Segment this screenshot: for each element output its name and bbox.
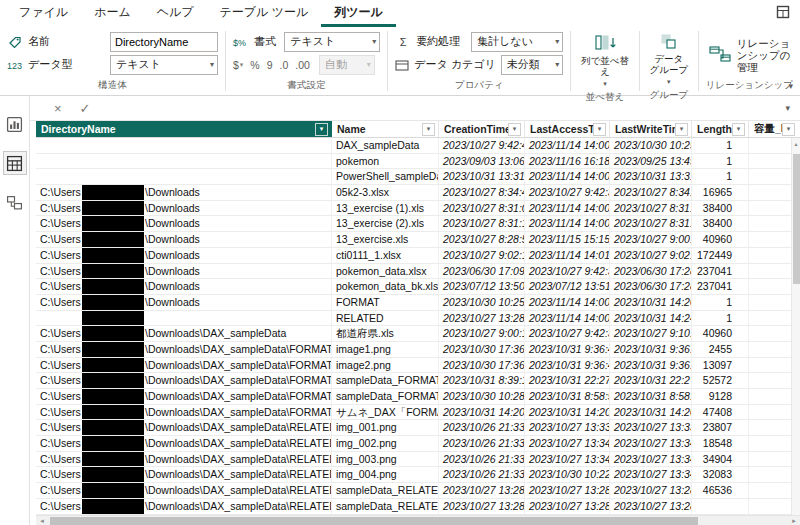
cell-name[interactable]: img_004.png [332,467,439,482]
cell-last_write[interactable]: 2023/06/30 17:28:52 [610,264,692,279]
currency-format-button[interactable]: $▾ [233,59,243,71]
ribbon-tab-2[interactable]: ヘルプ [144,0,207,27]
cell-last_access[interactable]: 2023/11/14 14:00:08 [525,311,610,326]
cell-creation[interactable]: 2023/10/27 9:02:12 [439,248,525,263]
data-category-dropdown[interactable]: 未分類 ▾ [501,55,563,75]
cell-last_access[interactable]: 2023/10/31 9:36:45 [525,342,610,357]
cell-last_access[interactable]: 2023/07/12 13:51:06 [525,279,610,294]
cell-last_write[interactable]: 2023/10/31 8:58:52 [610,389,692,404]
column-header-creation[interactable]: CreationTime▾ [439,121,525,137]
cell-length[interactable]: 34904 [692,452,749,467]
cell-last_write[interactable]: 2023/10/27 8:31:08 [610,201,692,216]
cell-creation[interactable]: 2023/10/26 21:33:12 [439,436,525,451]
cell-length[interactable]: 47408 [692,405,749,420]
cell-creation[interactable]: 2023/10/27 8:31:08 [439,201,525,216]
cell-last_write[interactable]: 2023/10/27 9:10:45 [610,326,692,341]
cell-creation[interactable]: 2023/06/30 17:09:20 [439,264,525,279]
column-header-last_access[interactable]: LastAccessTime▾ [525,121,610,137]
cell-length[interactable]: 38400 [692,201,749,216]
cell-length[interactable]: 13097 [692,358,749,373]
cell-creation[interactable]: 2023/10/26 21:33:12 [439,420,525,435]
cell-last_access[interactable]: 2023/10/27 13:34:54 [525,436,610,451]
cell-creation[interactable]: 2023/10/27 8:31:10 [439,216,525,231]
cell-creation[interactable]: 2023/10/31 13:31:05 [439,169,525,184]
scroll-up-icon[interactable]: ▴ [792,138,800,147]
cell-last_access[interactable]: 2023/10/27 9:42:30 [525,185,610,200]
cell-last_access[interactable]: 2023/11/14 14:00:18 [525,201,610,216]
cell-creation[interactable]: 2023/10/26 21:33:12 [439,452,525,467]
model-view-icon[interactable] [3,190,27,214]
column-header-size_kb[interactable]: 容量_KB▾ [749,121,798,137]
report-view-icon[interactable] [3,112,27,136]
cell-length[interactable]: 52572 [692,373,749,388]
data-type-dropdown[interactable]: テキスト ▾ [110,55,218,75]
cell-length[interactable] [692,499,749,514]
cell-length[interactable]: 1 [692,311,749,326]
cell-last_write[interactable]: 2023/10/27 13:34:05 [610,436,692,451]
column-header-dir[interactable]: DirectoryName▾ [36,121,332,137]
cell-directoryname[interactable]: C:\Users\Downloads [36,232,332,247]
cell-last_access[interactable]: 2023/10/30 10:22:08 [525,467,610,482]
cell-directoryname[interactable]: C:\Users\Downloads [36,295,332,310]
column-name-input[interactable] [110,32,218,52]
summarization-dropdown[interactable]: 集計しない ▾ [471,32,563,52]
ribbon-tab-3[interactable]: テーブル ツール [207,0,322,27]
cell-creation[interactable]: 2023/09/03 13:06:16 [439,154,525,169]
horizontal-scroll-thumb[interactable] [50,517,698,525]
cell-last_access[interactable]: 2023/10/27 13:28:19 [525,499,610,514]
cell-length[interactable]: 1 [692,169,749,184]
cell-name[interactable]: 05k2-3.xlsx [332,185,439,200]
commit-icon[interactable]: ✓ [80,102,91,115]
cell-last_access[interactable]: 2023/11/15 15:15:46 [525,232,610,247]
cell-creation[interactable]: 2023/07/12 13:50:51 [439,279,525,294]
cell-creation[interactable]: 2023/10/31 8:39:10 [439,373,525,388]
cell-length[interactable]: 172449 [692,248,749,263]
cell-last_access[interactable]: 2023/11/14 14:00:08 [525,295,610,310]
cell-last_access[interactable]: 2023/11/14 14:00:41 [525,169,610,184]
cell-creation[interactable]: 2023/10/27 13:28:19 [439,483,525,498]
cell-length[interactable]: 18548 [692,436,749,451]
thousands-separator-button[interactable]: 9 [267,59,273,71]
cell-name[interactable]: サムネ_DAX「FORMAT」.png [332,405,439,420]
collapse-ribbon-icon[interactable]: ▾ [788,81,793,91]
ribbon-tab-1[interactable]: ホーム [81,0,144,27]
cell-name[interactable]: 13_exercise (2).xls [332,216,439,231]
cell-name[interactable]: pokemon [332,154,439,169]
cell-last_write[interactable]: 2023/10/27 13:34:36 [610,467,692,482]
cell-last_access[interactable]: 2023/11/16 16:18:58 [525,154,610,169]
cell-length[interactable]: 1 [692,154,749,169]
cell-length[interactable]: 237041 [692,264,749,279]
column-header-name[interactable]: Name▾ [332,121,439,137]
cell-last_access[interactable]: 2023/10/31 22:27:22 [525,373,610,388]
vertical-scroll-thumb[interactable] [793,154,800,284]
cell-name[interactable]: DAX_sampleData [332,138,439,153]
ribbon-tab-0[interactable]: ファイル [6,0,81,27]
cell-last_write[interactable]: 2023/10/31 9:36:45 [610,342,692,357]
sort-by-column-button[interactable]: 列で並べ替え ▾ [578,31,632,89]
cell-directoryname[interactable]: C:\Users\Downloads\DAX_sampleData\RELATE… [36,436,332,451]
cell-last_access[interactable]: 2023/10/27 13:34:23 [525,452,610,467]
filter-icon[interactable]: ▾ [782,123,795,136]
cell-last_write[interactable]: 2023/10/27 13:28:19 [610,499,692,514]
cell-last_write[interactable]: 2023/09/25 13:49:07 [610,154,692,169]
cell-name[interactable]: RELATED [332,311,439,326]
cell-last_access[interactable]: 2023/10/27 13:33:51 [525,420,610,435]
cell-last_write[interactable]: 2023/10/31 14:24:18 [610,311,692,326]
cell-last_write[interactable]: 2023/10/27 13:34:23 [610,452,692,467]
cell-name[interactable]: img_003.png [332,452,439,467]
cell-directoryname[interactable]: C:\Users\Downloads [36,185,332,200]
cell-directoryname[interactable]: C:\Users\Downloads\DAX_sampleData [36,326,332,341]
cell-name[interactable]: sampleData_FORMAT.pbix [332,373,439,388]
cell-last_write[interactable]: 2023/06/30 17:28:52 [610,279,692,294]
data-groups-button[interactable]: データ グループ ▾ [647,31,691,87]
cell-directoryname[interactable] [36,169,332,184]
cell-creation[interactable]: 2023/10/27 8:28:58 [439,232,525,247]
vertical-scrollbar[interactable]: ▴ [791,138,800,515]
filter-icon[interactable]: ▾ [422,123,435,136]
increase-decimal-button[interactable]: .00 [295,59,310,71]
cell-directoryname[interactable] [36,154,332,169]
cell-directoryname[interactable]: C:\Users\Downloads\DAX_sampleData\RELATE… [36,483,332,498]
cell-length[interactable]: 40960 [692,232,749,247]
column-header-length[interactable]: Length▾ [692,121,749,137]
filter-icon[interactable]: ▾ [732,123,745,136]
